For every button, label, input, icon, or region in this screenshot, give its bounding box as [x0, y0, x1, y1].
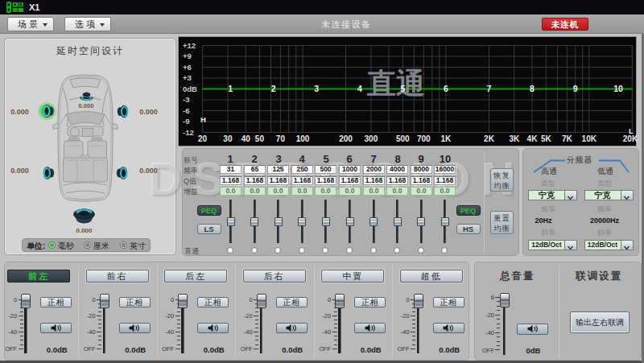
svg-text:20K: 20K: [623, 134, 638, 143]
svg-text:10: 10: [613, 84, 623, 93]
svg-text:300: 300: [365, 134, 378, 143]
svg-text:+12: +12: [183, 41, 196, 50]
svg-text:2K: 2K: [484, 134, 495, 143]
svg-text:40: 40: [242, 134, 251, 143]
svg-text:+3: +3: [183, 73, 192, 82]
svg-text:500: 500: [396, 134, 410, 143]
svg-text:9: 9: [573, 84, 578, 93]
svg-text:L: L: [629, 126, 634, 135]
svg-text:+9: +9: [183, 52, 192, 60]
svg-text:0dB: 0dB: [183, 85, 197, 93]
svg-text:700: 700: [417, 134, 431, 143]
svg-text:-6: -6: [183, 106, 189, 115]
svg-text:6: 6: [444, 84, 448, 93]
svg-text:1: 1: [228, 84, 233, 93]
svg-text:直通: 直通: [366, 67, 425, 100]
svg-text:20: 20: [198, 134, 208, 143]
svg-text:10K: 10K: [582, 134, 597, 143]
svg-text:-3: -3: [183, 95, 189, 104]
svg-text:3K: 3K: [509, 134, 520, 143]
svg-text:-9: -9: [183, 117, 189, 126]
svg-text:200: 200: [339, 134, 353, 143]
svg-text:2: 2: [271, 84, 276, 93]
svg-text:100: 100: [296, 134, 310, 143]
svg-text:30: 30: [223, 134, 233, 143]
svg-text:5: 5: [400, 84, 405, 93]
svg-text:4: 4: [357, 84, 362, 93]
svg-text:7K: 7K: [562, 134, 573, 143]
svg-text:-12: -12: [183, 128, 194, 137]
svg-text:3: 3: [314, 84, 319, 93]
svg-text:H: H: [200, 115, 206, 124]
svg-text:4K: 4K: [527, 134, 539, 143]
svg-text:70: 70: [276, 134, 286, 143]
svg-text:1K: 1K: [441, 134, 452, 143]
svg-text:50: 50: [255, 134, 265, 143]
svg-text:7: 7: [487, 84, 492, 93]
svg-text:5K: 5K: [541, 134, 552, 143]
svg-text:8: 8: [530, 84, 535, 93]
svg-text:+6: +6: [183, 63, 192, 72]
